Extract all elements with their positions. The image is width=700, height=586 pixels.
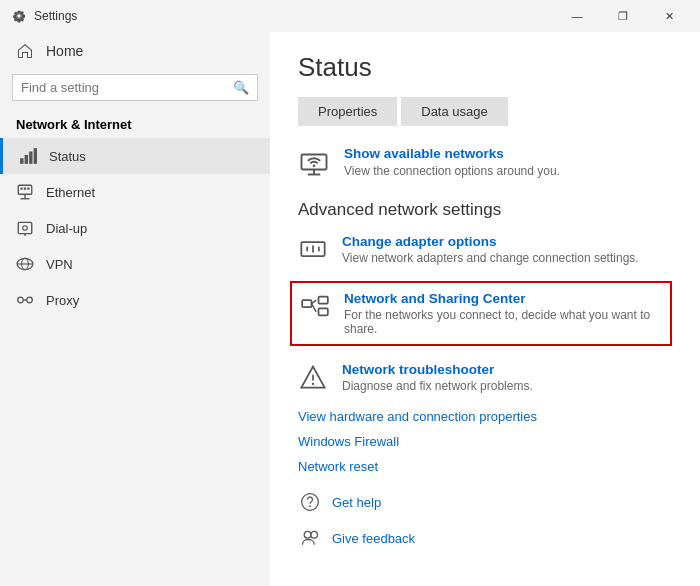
title-bar-title: Settings xyxy=(34,9,77,23)
sidebar-item-dialup-label: Dial-up xyxy=(46,221,87,236)
sidebar-item-dialup[interactable]: Dial-up xyxy=(0,210,270,246)
get-help-label[interactable]: Get help xyxy=(332,495,381,510)
show-networks-text: Show available networks View the connect… xyxy=(344,146,560,178)
troubleshooter-desc: Diagnose and fix network problems. xyxy=(342,379,533,393)
show-networks-title[interactable]: Show available networks xyxy=(344,146,560,161)
show-networks-item: Show available networks View the connect… xyxy=(298,146,672,178)
sharing-text: Network and Sharing Center For the netwo… xyxy=(344,291,662,336)
svg-rect-1 xyxy=(25,155,28,164)
svg-point-12 xyxy=(23,226,28,231)
give-feedback-label[interactable]: Give feedback xyxy=(332,531,415,546)
search-icon: 🔍 xyxy=(233,80,249,95)
svg-point-36 xyxy=(304,531,311,538)
svg-rect-8 xyxy=(24,188,26,190)
svg-point-17 xyxy=(27,297,33,303)
sharing-title[interactable]: Network and Sharing Center xyxy=(344,291,662,306)
sidebar-item-home[interactable]: Home xyxy=(0,32,270,70)
svg-rect-10 xyxy=(18,222,32,233)
show-networks-desc: View the connection options around you. xyxy=(344,164,560,178)
dialup-icon xyxy=(16,219,34,237)
title-bar: Settings — ❐ ✕ xyxy=(0,0,700,32)
page-title: Status xyxy=(298,52,672,83)
adapter-icon xyxy=(298,234,328,264)
title-bar-left: Settings xyxy=(12,9,77,23)
sharing-desc: For the networks you connect to, decide … xyxy=(344,308,662,336)
adapter-options-item: Change adapter options View network adap… xyxy=(298,234,672,265)
title-bar-controls: — ❐ ✕ xyxy=(554,0,692,32)
sidebar-item-status-label: Status xyxy=(49,149,86,164)
help-icon xyxy=(298,490,322,514)
sidebar-item-proxy[interactable]: Proxy xyxy=(0,282,270,318)
troubleshooter-title[interactable]: Network troubleshooter xyxy=(342,362,533,377)
link-hardware-properties[interactable]: View hardware and connection properties xyxy=(298,409,672,424)
tab-bar: Properties Data usage xyxy=(298,97,672,126)
svg-rect-0 xyxy=(20,158,23,164)
give-feedback-item: Give feedback xyxy=(298,526,672,550)
svg-line-31 xyxy=(312,304,317,312)
svg-rect-9 xyxy=(27,188,29,190)
svg-rect-27 xyxy=(302,300,311,307)
search-box[interactable]: 🔍 xyxy=(12,74,258,101)
ethernet-icon xyxy=(16,183,34,201)
adapter-title[interactable]: Change adapter options xyxy=(342,234,639,249)
close-button[interactable]: ✕ xyxy=(646,0,692,32)
settings-app-icon xyxy=(12,9,26,23)
maximize-button[interactable]: ❐ xyxy=(600,0,646,32)
main-container: Home 🔍 Network & Internet Status xyxy=(0,32,700,586)
svg-point-33 xyxy=(312,383,314,385)
sidebar-item-proxy-label: Proxy xyxy=(46,293,79,308)
show-networks-icon xyxy=(298,146,330,178)
svg-rect-7 xyxy=(21,188,23,190)
svg-rect-3 xyxy=(34,148,37,164)
feedback-icon xyxy=(298,526,322,550)
tab-properties[interactable]: Properties xyxy=(298,97,397,126)
adapter-text: Change adapter options View network adap… xyxy=(342,234,639,265)
svg-rect-2 xyxy=(29,152,32,164)
svg-point-35 xyxy=(309,505,311,507)
sidebar-item-ethernet-label: Ethernet xyxy=(46,185,95,200)
proxy-icon xyxy=(16,291,34,309)
sidebar-item-vpn-label: VPN xyxy=(46,257,73,272)
svg-point-37 xyxy=(311,531,318,538)
sidebar-item-vpn[interactable]: VPN xyxy=(0,246,270,282)
sidebar-item-status[interactable]: Status xyxy=(0,138,270,174)
tab-data-usage[interactable]: Data usage xyxy=(401,97,508,126)
svg-point-22 xyxy=(313,165,316,168)
sharing-icon xyxy=(300,291,330,321)
bottom-links: Get help Give feedback xyxy=(298,490,672,550)
minimize-button[interactable]: — xyxy=(554,0,600,32)
svg-point-16 xyxy=(18,297,24,303)
advanced-heading: Advanced network settings xyxy=(298,200,672,220)
get-help-item: Get help xyxy=(298,490,672,514)
troubleshooter-text: Network troubleshooter Diagnose and fix … xyxy=(342,362,533,393)
content-area: Status Properties Data usage Show availa… xyxy=(270,32,700,586)
link-windows-firewall[interactable]: Windows Firewall xyxy=(298,434,672,449)
search-input[interactable] xyxy=(21,80,233,95)
troubleshooter-icon xyxy=(298,362,328,392)
sidebar-section-title: Network & Internet xyxy=(0,109,270,138)
status-icon xyxy=(19,147,37,165)
troubleshooter-item: Network troubleshooter Diagnose and fix … xyxy=(298,362,672,393)
svg-rect-29 xyxy=(319,308,328,315)
sidebar: Home 🔍 Network & Internet Status xyxy=(0,32,270,586)
svg-rect-28 xyxy=(319,297,328,304)
home-icon xyxy=(16,42,34,60)
sidebar-item-ethernet[interactable]: Ethernet xyxy=(0,174,270,210)
sharing-center-item: Network and Sharing Center For the netwo… xyxy=(290,281,672,346)
adapter-desc: View network adapters and change connect… xyxy=(342,251,639,265)
vpn-icon xyxy=(16,255,34,273)
link-network-reset[interactable]: Network reset xyxy=(298,459,672,474)
sidebar-home-label: Home xyxy=(46,43,83,59)
